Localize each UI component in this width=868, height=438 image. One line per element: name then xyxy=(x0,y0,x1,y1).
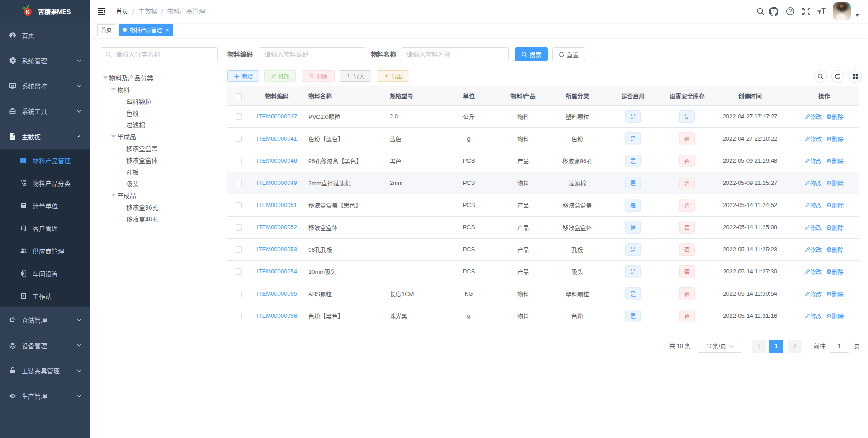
svg-text:?: ? xyxy=(789,8,792,14)
svg-text:K: K xyxy=(26,9,30,15)
